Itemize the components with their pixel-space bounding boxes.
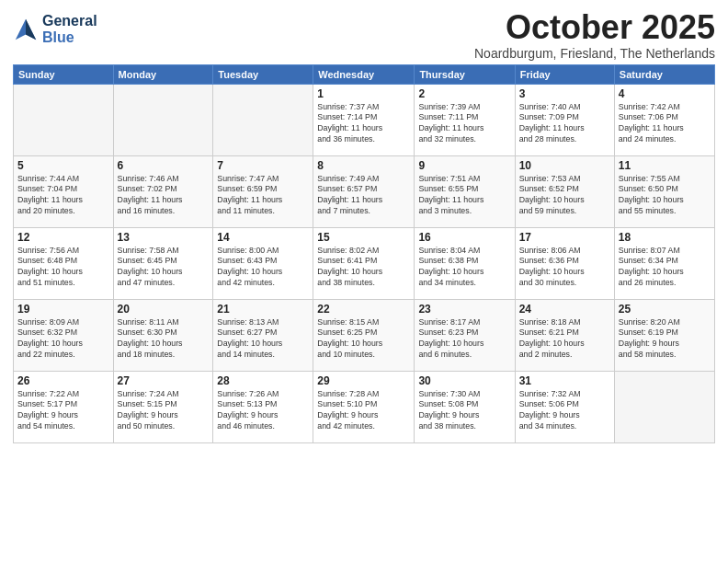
calendar-cell: 17Sunrise: 8:06 AM Sunset: 6:36 PM Dayli… [515,227,614,299]
day-number: 13 [118,231,210,244]
calendar-cell [213,84,313,155]
day-info: Sunrise: 7:47 AM Sunset: 6:59 PM Dayligh… [217,174,309,218]
calendar-cell: 6Sunrise: 7:46 AM Sunset: 7:02 PM Daylig… [113,155,213,227]
day-number: 27 [118,374,210,387]
calendar-cell: 1Sunrise: 7:37 AM Sunset: 7:14 PM Daylig… [313,84,415,155]
day-number: 2 [418,87,510,100]
calendar-cell: 15Sunrise: 8:02 AM Sunset: 6:41 PM Dayli… [313,227,415,299]
calendar-cell: 3Sunrise: 7:40 AM Sunset: 7:09 PM Daylig… [515,84,614,155]
day-number: 26 [17,374,109,387]
calendar-cell: 28Sunrise: 7:26 AM Sunset: 5:13 PM Dayli… [213,371,313,442]
day-info: Sunrise: 7:32 AM Sunset: 5:06 PM Dayligh… [519,389,610,433]
calendar-cell: 11Sunrise: 7:55 AM Sunset: 6:50 PM Dayli… [614,155,714,227]
calendar-week-3: 12Sunrise: 7:56 AM Sunset: 6:48 PM Dayli… [14,227,715,299]
day-info: Sunrise: 7:42 AM Sunset: 7:06 PM Dayligh… [619,102,711,146]
month-title: October 2025 [474,9,715,46]
day-info: Sunrise: 8:09 AM Sunset: 6:32 PM Dayligh… [17,317,109,362]
calendar-cell: 13Sunrise: 7:58 AM Sunset: 6:45 PM Dayli… [113,227,213,299]
calendar-cell: 22Sunrise: 8:15 AM Sunset: 6:25 PM Dayli… [313,299,415,371]
day-info: Sunrise: 8:06 AM Sunset: 6:36 PM Dayligh… [519,246,610,290]
calendar-cell: 10Sunrise: 7:53 AM Sunset: 6:52 PM Dayli… [515,155,614,227]
day-number: 22 [317,303,410,316]
calendar-week-4: 19Sunrise: 8:09 AM Sunset: 6:32 PM Dayli… [14,299,715,371]
day-info: Sunrise: 7:53 AM Sunset: 6:52 PM Dayligh… [519,174,610,218]
page-container: General Blue October 2025 Noardburgum, F… [0,0,728,563]
day-number: 19 [17,303,109,316]
header-monday: Monday [113,64,213,84]
calendar-week-1: 1Sunrise: 7:37 AM Sunset: 7:14 PM Daylig… [14,84,715,155]
calendar-cell: 24Sunrise: 8:18 AM Sunset: 6:21 PM Dayli… [515,299,614,371]
day-info: Sunrise: 7:44 AM Sunset: 7:04 PM Dayligh… [17,174,109,218]
calendar-cell: 30Sunrise: 7:30 AM Sunset: 5:08 PM Dayli… [415,371,515,442]
day-info: Sunrise: 7:49 AM Sunset: 6:57 PM Dayligh… [317,174,410,218]
calendar-header-row: Sunday Monday Tuesday Wednesday Thursday… [14,64,715,84]
day-number: 21 [217,303,309,316]
calendar-cell: 18Sunrise: 8:07 AM Sunset: 6:34 PM Dayli… [614,227,714,299]
day-number: 8 [317,159,410,172]
day-info: Sunrise: 7:46 AM Sunset: 7:02 PM Dayligh… [118,174,210,218]
day-number: 18 [619,231,711,244]
calendar-cell: 26Sunrise: 7:22 AM Sunset: 5:17 PM Dayli… [14,371,114,442]
day-number: 16 [418,231,510,244]
svg-marker-1 [26,19,36,40]
header-sunday: Sunday [14,64,114,84]
day-number: 12 [17,231,109,244]
calendar-cell: 31Sunrise: 7:32 AM Sunset: 5:06 PM Dayli… [515,371,614,442]
day-number: 6 [118,159,210,172]
calendar-cell: 4Sunrise: 7:42 AM Sunset: 7:06 PM Daylig… [614,84,714,155]
day-number: 25 [619,303,711,316]
day-number: 30 [418,374,510,387]
location-subtitle: Noardburgum, Friesland, The Netherlands [474,46,715,61]
day-info: Sunrise: 8:00 AM Sunset: 6:43 PM Dayligh… [217,246,309,290]
day-info: Sunrise: 8:04 AM Sunset: 6:38 PM Dayligh… [418,246,510,290]
day-info: Sunrise: 7:55 AM Sunset: 6:50 PM Dayligh… [619,174,711,218]
day-number: 3 [519,87,610,100]
calendar-cell: 29Sunrise: 7:28 AM Sunset: 5:10 PM Dayli… [313,371,415,442]
day-number: 17 [519,231,610,244]
day-info: Sunrise: 7:39 AM Sunset: 7:11 PM Dayligh… [418,102,510,146]
calendar-cell: 20Sunrise: 8:11 AM Sunset: 6:30 PM Dayli… [113,299,213,371]
day-info: Sunrise: 7:22 AM Sunset: 5:17 PM Dayligh… [17,389,109,433]
header-thursday: Thursday [415,64,515,84]
day-number: 1 [317,87,410,100]
day-info: Sunrise: 8:07 AM Sunset: 6:34 PM Dayligh… [619,246,711,290]
calendar-cell: 7Sunrise: 7:47 AM Sunset: 6:59 PM Daylig… [213,155,313,227]
day-info: Sunrise: 8:11 AM Sunset: 6:30 PM Dayligh… [118,317,210,362]
day-number: 23 [418,303,510,316]
day-number: 10 [519,159,610,172]
header-saturday: Saturday [614,64,714,84]
day-info: Sunrise: 7:51 AM Sunset: 6:55 PM Dayligh… [418,174,510,218]
calendar-cell [113,84,213,155]
logo-icon [13,17,39,42]
logo: General Blue [13,13,97,46]
calendar-cell: 8Sunrise: 7:49 AM Sunset: 6:57 PM Daylig… [313,155,415,227]
day-info: Sunrise: 8:17 AM Sunset: 6:23 PM Dayligh… [418,317,510,362]
day-info: Sunrise: 7:30 AM Sunset: 5:08 PM Dayligh… [418,389,510,433]
header-wednesday: Wednesday [313,64,415,84]
day-info: Sunrise: 8:02 AM Sunset: 6:41 PM Dayligh… [317,246,410,290]
day-info: Sunrise: 7:56 AM Sunset: 6:48 PM Dayligh… [17,246,109,290]
calendar-cell: 25Sunrise: 8:20 AM Sunset: 6:19 PM Dayli… [614,299,714,371]
header-tuesday: Tuesday [213,64,313,84]
day-number: 5 [17,159,109,172]
logo-text: General Blue [42,13,97,46]
day-number: 28 [217,374,309,387]
day-info: Sunrise: 7:26 AM Sunset: 5:13 PM Dayligh… [217,389,309,433]
calendar-cell: 2Sunrise: 7:39 AM Sunset: 7:11 PM Daylig… [415,84,515,155]
day-info: Sunrise: 8:15 AM Sunset: 6:25 PM Dayligh… [317,317,410,362]
day-info: Sunrise: 7:58 AM Sunset: 6:45 PM Dayligh… [118,246,210,290]
calendar-cell: 21Sunrise: 8:13 AM Sunset: 6:27 PM Dayli… [213,299,313,371]
calendar-cell: 23Sunrise: 8:17 AM Sunset: 6:23 PM Dayli… [415,299,515,371]
day-info: Sunrise: 7:24 AM Sunset: 5:15 PM Dayligh… [118,389,210,433]
day-number: 15 [317,231,410,244]
header-friday: Friday [515,64,614,84]
page-header: General Blue October 2025 Noardburgum, F… [13,9,715,61]
day-number: 29 [317,374,410,387]
day-number: 20 [118,303,210,316]
day-number: 4 [619,87,711,100]
day-info: Sunrise: 8:18 AM Sunset: 6:21 PM Dayligh… [519,317,610,362]
title-block: October 2025 Noardburgum, Friesland, The… [474,9,715,61]
calendar-table: Sunday Monday Tuesday Wednesday Thursday… [13,64,715,443]
day-info: Sunrise: 7:40 AM Sunset: 7:09 PM Dayligh… [519,102,610,146]
calendar-week-2: 5Sunrise: 7:44 AM Sunset: 7:04 PM Daylig… [14,155,715,227]
